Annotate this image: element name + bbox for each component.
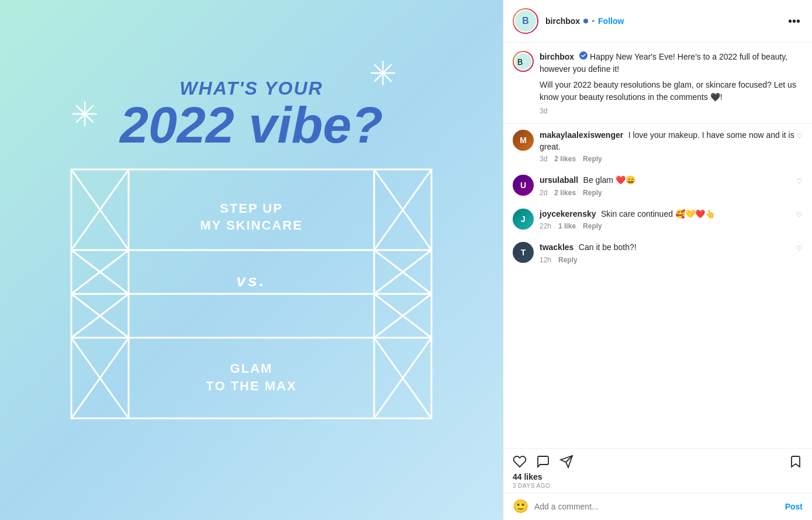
comment-likes-2: 2 likes xyxy=(554,189,576,197)
comment-meta-3: 22h 1 like Reply xyxy=(540,222,803,230)
comment-avatar-4[interactable]: T xyxy=(513,242,534,263)
comment-avatar-2[interactable]: U xyxy=(513,175,534,196)
svg-text:GLAM: GLAM xyxy=(230,361,273,376)
post-headline-area: WHAT'S YOUR 2022 vibe? xyxy=(120,78,383,151)
comment-time-1: 3d xyxy=(540,155,547,163)
comment-username-4[interactable]: twackles xyxy=(540,242,573,252)
emoji-button[interactable]: 🙂 xyxy=(513,499,528,514)
comment-content-1: makaylaalexiswenger I love your makeup. … xyxy=(540,130,803,163)
svg-text:STEP UP: STEP UP xyxy=(220,201,283,216)
caption-verified xyxy=(579,51,588,60)
likes-count: 44 likes xyxy=(513,472,803,481)
svg-text:TO THE MAX: TO THE MAX xyxy=(206,379,296,393)
post-date: 3 DAYS AGO xyxy=(513,483,803,489)
comment-item-3: J joycekerensky Skin care continued 🥰💛❤️… xyxy=(503,203,812,237)
caption-username[interactable]: birchbox xyxy=(540,52,574,61)
comment-item-2: U ursulaball Be glam ❤️😄 2d 2 likes Repl… xyxy=(503,169,812,203)
comment-time-2: 2d xyxy=(540,189,547,197)
account-avatar[interactable]: B xyxy=(513,8,538,34)
comment-username-1[interactable]: makaylaalexiswenger xyxy=(540,130,623,140)
comment-likes-3: 1 like xyxy=(558,222,576,230)
add-comment-bar: 🙂 Post xyxy=(503,493,812,520)
dot-separator: • xyxy=(592,16,595,26)
caption-row: B birchbox Happy New Year's Eve! Here's … xyxy=(513,51,803,115)
comment-reply-1[interactable]: Reply xyxy=(583,155,602,163)
comment-meta-1: 3d 2 likes Reply xyxy=(540,155,803,163)
post-image: WHAT'S YOUR 2022 vibe? xyxy=(0,0,503,520)
comment-avatar-img-1: M xyxy=(513,130,534,151)
caption-area: B birchbox Happy New Year's Eve! Here's … xyxy=(503,43,812,124)
post-comment-button[interactable]: Post xyxy=(785,502,803,511)
header-username-area: birchbox • Follow xyxy=(545,16,786,26)
action-bar: 44 likes 3 DAYS AGO xyxy=(503,448,812,493)
sparkle-decoration-right xyxy=(368,58,398,91)
comment-time-3: 22h xyxy=(540,222,551,230)
comment-username-2[interactable]: ursulaball xyxy=(540,175,578,185)
vibe-card-svg: STEP UP MY SKINCARE vs. GLAM TO THE MAX xyxy=(70,168,433,420)
more-options-button[interactable]: ••• xyxy=(786,15,803,28)
svg-text:MY SKINCARE: MY SKINCARE xyxy=(200,218,303,233)
comment-button[interactable] xyxy=(536,455,550,469)
comment-heart-2[interactable]: ♡ xyxy=(796,177,803,185)
follow-button[interactable]: Follow xyxy=(598,16,624,26)
verified-badge xyxy=(583,19,588,23)
comment-avatar-1[interactable]: M xyxy=(513,130,534,151)
comments-area: M makaylaalexiswenger I love your makeup… xyxy=(503,124,812,448)
comment-item-4: T twackles Can it be both?! 12h Reply ♡ xyxy=(503,236,812,270)
comment-avatar-img-4: T xyxy=(513,242,534,263)
vibe-card: STEP UP MY SKINCARE vs. GLAM TO THE MAX xyxy=(70,168,433,420)
post-sidebar: B birchbox • Follow ••• B birchbox Happy… xyxy=(503,0,812,520)
share-button[interactable] xyxy=(559,455,573,469)
header-username[interactable]: birchbox xyxy=(545,16,580,26)
headline-big: 2022 vibe? xyxy=(120,99,383,151)
caption-text1: Happy New Year's Eve! Here's to a 2022 f… xyxy=(540,52,787,74)
comment-content-3: joycekerensky Skin care continued 🥰💛❤️👆 … xyxy=(540,209,803,231)
sparkle-decoration-left xyxy=(70,99,99,131)
action-icons xyxy=(513,455,803,469)
caption-avatar[interactable]: B xyxy=(513,51,534,72)
comment-heart-4[interactable]: ♡ xyxy=(796,244,803,252)
comment-input[interactable] xyxy=(534,502,779,511)
comment-content-2: ursulaball Be glam ❤️😄 2d 2 likes Reply xyxy=(540,175,803,197)
comment-meta-2: 2d 2 likes Reply xyxy=(540,189,803,197)
caption-timestamp: 3d xyxy=(540,107,803,115)
caption-avatar-inner: B xyxy=(514,52,533,71)
comment-avatar-3[interactable]: J xyxy=(513,209,534,230)
svg-text:B: B xyxy=(517,57,523,67)
comment-item: M makaylaalexiswenger I love your makeup… xyxy=(503,124,812,169)
like-button[interactable] xyxy=(513,455,527,469)
comment-reply-2[interactable]: Reply xyxy=(583,189,602,197)
comment-reply-3[interactable]: Reply xyxy=(583,222,602,230)
comment-heart-3[interactable]: ♡ xyxy=(796,211,803,219)
comment-content-4: twackles Can it be both?! 12h Reply xyxy=(540,242,803,264)
comment-avatar-img-2: U xyxy=(513,175,534,196)
comment-avatar-img-3: J xyxy=(513,209,534,230)
comment-meta-4: 12h Reply xyxy=(540,256,803,264)
comment-likes-1: 2 likes xyxy=(554,155,576,163)
comment-time-4: 12h xyxy=(540,256,551,264)
comment-text-2: Be glam ❤️😄 xyxy=(583,175,635,185)
comment-reply-4[interactable]: Reply xyxy=(558,256,578,264)
svg-text:vs.: vs. xyxy=(237,272,267,290)
comment-heart-1[interactable]: ♡ xyxy=(796,132,803,140)
comment-text-3: Skin care continued 🥰💛❤️👆 xyxy=(601,209,715,219)
caption-text2: Will your 2022 beauty resolutions be gla… xyxy=(540,79,803,103)
bookmark-button[interactable] xyxy=(789,455,803,469)
post-header: B birchbox • Follow ••• xyxy=(503,0,812,43)
caption-text-area: birchbox Happy New Year's Eve! Here's to… xyxy=(540,51,803,115)
avatar-initials: B xyxy=(514,9,537,33)
comment-username-3[interactable]: joycekerensky xyxy=(540,209,596,219)
comment-text-4: Can it be both?! xyxy=(579,242,637,252)
